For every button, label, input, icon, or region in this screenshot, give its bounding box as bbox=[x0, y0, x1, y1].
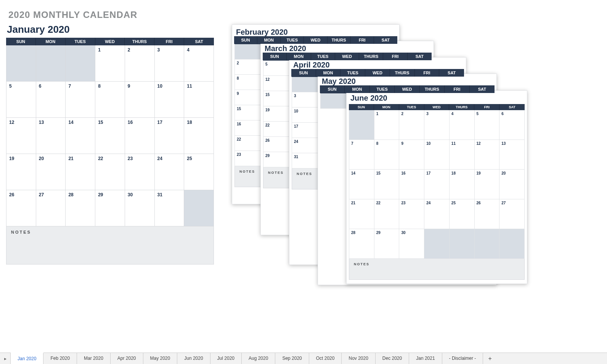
calendar-cell[interactable]: 19 bbox=[475, 170, 500, 199]
day-header-cell: SUN bbox=[263, 53, 287, 60]
calendar-cell[interactable]: 16 bbox=[399, 170, 424, 199]
calendar-cell[interactable]: 3 bbox=[155, 45, 185, 82]
month-title: June 2020 bbox=[349, 93, 525, 104]
calendar-cell[interactable]: 15 bbox=[95, 118, 125, 154]
calendar-cell[interactable]: 26 bbox=[475, 199, 500, 229]
add-sheet-button[interactable]: + bbox=[483, 353, 497, 364]
calendar-cell[interactable]: 20 bbox=[499, 170, 525, 199]
calendar-cell[interactable]: 29 bbox=[95, 190, 125, 226]
calendar-cell[interactable]: 21 bbox=[66, 154, 95, 190]
sheet-tab[interactable]: Jun 2020 bbox=[177, 353, 210, 364]
calendar-cell[interactable]: 26 bbox=[6, 190, 36, 226]
notes-area[interactable]: NOTES bbox=[6, 226, 214, 265]
calendar-cell-padding bbox=[184, 190, 214, 226]
calendar-cell[interactable]: 27 bbox=[499, 199, 525, 229]
day-header-cell: SAT bbox=[408, 53, 432, 60]
calendar-cell[interactable]: 21 bbox=[349, 199, 374, 229]
tabs-container: Jan 2020Feb 2020Mar 2020Apr 2020May 2020… bbox=[11, 353, 483, 364]
calendar-cell[interactable]: 11 bbox=[184, 82, 214, 118]
month-grid: 1234567891011121314151617181920212223242… bbox=[349, 110, 525, 259]
sheet-tab[interactable]: Apr 2020 bbox=[111, 353, 143, 364]
calendar-cell[interactable]: 10 bbox=[155, 82, 185, 118]
calendar-cell[interactable]: 16 bbox=[125, 118, 155, 154]
calendar-cell[interactable]: 14 bbox=[66, 118, 95, 154]
sheet-tab[interactable]: Jan 2020 bbox=[11, 353, 43, 364]
sheet-tab[interactable]: May 2020 bbox=[143, 353, 178, 364]
calendar-cell[interactable]: 5 bbox=[6, 82, 36, 118]
calendar-cell[interactable]: 3 bbox=[424, 110, 450, 140]
calendar-cell[interactable]: 17 bbox=[424, 170, 450, 199]
calendar-cell[interactable]: 22 bbox=[95, 154, 125, 190]
sheet-tab[interactable]: Feb 2020 bbox=[43, 353, 77, 364]
calendar-cell[interactable]: 15 bbox=[374, 170, 400, 199]
day-header-cell: TUES bbox=[66, 38, 95, 45]
calendar-cell[interactable]: 4 bbox=[450, 110, 475, 140]
calendar-cell[interactable]: 13 bbox=[499, 140, 525, 170]
calendar-cell[interactable]: 9 bbox=[399, 140, 424, 170]
calendar-cell[interactable]: 8 bbox=[374, 140, 400, 170]
sheet-tab[interactable]: Aug 2020 bbox=[242, 353, 275, 364]
month-title: January 2020 bbox=[6, 21, 214, 38]
day-header-cell: SAT bbox=[374, 36, 397, 44]
sheet-tab[interactable]: Jul 2020 bbox=[210, 353, 242, 364]
calendar-cell[interactable]: 28 bbox=[349, 229, 374, 259]
day-header-cell: MON bbox=[374, 104, 399, 110]
calendar-cell[interactable]: 18 bbox=[450, 170, 475, 199]
calendar-cell[interactable]: 12 bbox=[6, 118, 36, 154]
day-header-cell: MON bbox=[345, 85, 369, 93]
calendar-cell[interactable]: 9 bbox=[125, 82, 155, 118]
calendar-cell[interactable]: 7 bbox=[349, 140, 374, 170]
calendar-cell[interactable]: 5 bbox=[475, 110, 500, 140]
calendar-cell[interactable]: 19 bbox=[6, 154, 36, 190]
calendar-cell-padding bbox=[66, 45, 95, 82]
calendar-cell[interactable]: 2 bbox=[399, 110, 424, 140]
calendar-cell[interactable]: 25 bbox=[184, 154, 214, 190]
calendar-cell[interactable]: 31 bbox=[155, 190, 185, 226]
calendar-cell[interactable]: 23 bbox=[125, 154, 155, 190]
tab-scroll-button[interactable]: ▸ bbox=[0, 353, 11, 364]
calendar-cell[interactable]: 7 bbox=[66, 82, 95, 118]
calendar-cell[interactable]: 24 bbox=[155, 154, 185, 190]
calendar-cell[interactable]: 28 bbox=[66, 190, 95, 226]
calendar-cell[interactable]: 30 bbox=[125, 190, 155, 226]
calendar-cell[interactable]: 1 bbox=[95, 45, 125, 82]
calendar-cell[interactable]: 25 bbox=[450, 199, 475, 229]
sheet-tab[interactable]: Sep 2020 bbox=[275, 353, 309, 364]
calendar-cell[interactable]: 4 bbox=[184, 45, 214, 82]
calendar-cell[interactable]: 2 bbox=[125, 45, 155, 82]
calendar-cell[interactable]: 20 bbox=[36, 154, 66, 190]
day-header-cell: MON bbox=[257, 36, 281, 44]
calendar-cell-padding bbox=[6, 45, 36, 82]
sheet-tab[interactable]: Mar 2020 bbox=[77, 353, 111, 364]
day-header-cell: SUN bbox=[234, 36, 257, 44]
calendar-cell[interactable]: 24 bbox=[424, 199, 450, 229]
calendar-cell[interactable]: 29 bbox=[374, 229, 400, 259]
calendar-cell-padding bbox=[475, 229, 500, 259]
calendar-cell[interactable]: 17 bbox=[155, 118, 185, 154]
calendar-cell[interactable]: 11 bbox=[450, 140, 475, 170]
calendar-cell[interactable]: 6 bbox=[499, 110, 525, 140]
calendar-cell[interactable]: 27 bbox=[36, 190, 66, 226]
calendar-cell[interactable]: 10 bbox=[424, 140, 450, 170]
day-header-cell: MON bbox=[287, 53, 311, 60]
calendar-cell[interactable]: 13 bbox=[36, 118, 66, 154]
calendar-cell[interactable]: 18 bbox=[184, 118, 214, 154]
sheet-june[interactable]: June 2020 SUNMONTUESWEDTHURSFRISAT 12345… bbox=[346, 90, 527, 284]
calendar-cell[interactable]: 8 bbox=[95, 82, 125, 118]
calendar-cell[interactable]: 14 bbox=[349, 170, 374, 199]
day-header-cell: TUES bbox=[370, 85, 395, 93]
calendar-cell[interactable]: 23 bbox=[399, 199, 424, 229]
sheet-tab[interactable]: Jan 2021 bbox=[409, 353, 442, 364]
sheet-tab[interactable]: Dec 2020 bbox=[376, 353, 409, 364]
notes-area[interactable]: NOTES bbox=[349, 259, 525, 280]
calendar-cell[interactable]: 22 bbox=[374, 199, 400, 229]
sheet-tab[interactable]: Nov 2020 bbox=[342, 353, 375, 364]
day-header-cell: SUN bbox=[6, 38, 36, 45]
calendar-cell[interactable]: 6 bbox=[36, 82, 66, 118]
calendar-cell[interactable]: 12 bbox=[475, 140, 500, 170]
sheet-tab[interactable]: - Disclaimer - bbox=[442, 353, 483, 364]
day-header-overlay: SUNMONTUESWEDTHURSFRISAT bbox=[234, 36, 397, 44]
calendar-cell[interactable]: 1 bbox=[374, 110, 400, 140]
sheet-tab[interactable]: Oct 2020 bbox=[309, 353, 342, 364]
calendar-cell[interactable]: 30 bbox=[399, 229, 424, 259]
